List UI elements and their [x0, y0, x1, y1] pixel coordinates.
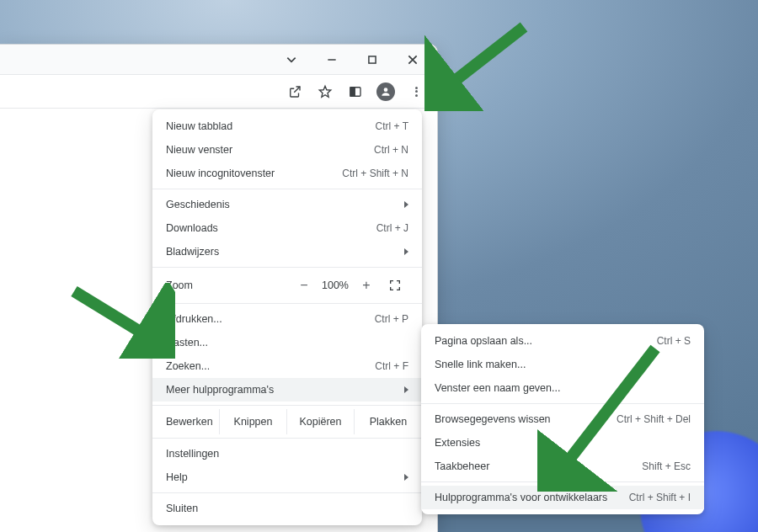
bookmark-star-icon[interactable] — [312, 79, 338, 104]
menu-help[interactable]: Help — [152, 466, 422, 489]
separator — [152, 189, 422, 189]
menu-item-label: Nieuw tabblad — [166, 120, 232, 132]
menu-downloads[interactable]: Downloads Ctrl + J — [152, 216, 422, 240]
menu-settings[interactable]: Instellingen — [152, 442, 422, 466]
separator — [152, 492, 422, 493]
menu-exit[interactable]: Sluiten — [152, 497, 422, 520]
more-tools-submenu: Pagina opslaan als... Ctrl + S Snelle li… — [421, 324, 704, 514]
zoom-out-button[interactable]: − — [292, 278, 316, 293]
separator — [152, 438, 422, 439]
edit-paste-button[interactable]: Plakken — [355, 409, 422, 434]
edit-cut-button[interactable]: Knippen — [220, 409, 287, 434]
svg-rect-1 — [369, 56, 376, 62]
fullscreen-button[interactable] — [378, 279, 412, 292]
menu-item-label: Extensies — [435, 437, 480, 449]
minimize-button[interactable] — [312, 46, 351, 73]
menu-print[interactable]: Afdrukken... Ctrl + P — [152, 307, 422, 331]
menu-cast[interactable]: Casten... — [152, 331, 422, 354]
separator — [152, 303, 422, 304]
shortcut: Ctrl + S — [657, 335, 691, 347]
profile-avatar-icon[interactable] — [373, 79, 398, 104]
menu-item-label: Meer hulpprogramma's — [166, 384, 274, 396]
menu-item-label: Casten... — [166, 337, 208, 348]
menu-item-label: Zoeken... — [166, 360, 210, 372]
menu-item-label: Snelle link maken... — [435, 359, 526, 370]
menu-item-label: Hulpprogramma's voor ontwikkelaars — [435, 492, 607, 503]
menu-item-label: Pagina opslaan als... — [435, 335, 532, 347]
zoom-value: 100% — [316, 279, 355, 291]
menu-edit-row: Bewerken Knippen Kopiëren Plakken — [152, 409, 422, 434]
shortcut: Ctrl + Shift + N — [342, 168, 408, 179]
menu-bookmarks[interactable]: Bladwijzers — [152, 240, 422, 263]
chevron-right-icon — [404, 248, 408, 255]
menu-new-incognito[interactable]: Nieuw incognitovenster Ctrl + Shift + N — [152, 162, 422, 185]
menu-button[interactable] — [403, 79, 429, 104]
submenu-extensions[interactable]: Extensies — [421, 431, 704, 455]
submenu-developer-tools[interactable]: Hulpprogramma's voor ontwikkelaars Ctrl … — [421, 486, 704, 509]
share-icon[interactable] — [282, 79, 307, 104]
separator — [421, 481, 704, 482]
chrome-menu: Nieuw tabblad Ctrl + T Nieuw venster Ctr… — [152, 109, 422, 525]
menu-item-label: Afdrukken... — [166, 313, 222, 325]
shortcut: Ctrl + F — [375, 360, 408, 372]
shortcut: Ctrl + Shift + I — [629, 492, 691, 503]
menu-item-label: Venster een naam geven... — [435, 382, 560, 394]
svg-rect-3 — [350, 87, 355, 96]
menu-more-tools[interactable]: Meer hulpprogramma's — [152, 378, 422, 402]
menu-item-label: Taakbeheer — [435, 460, 489, 472]
menu-new-window[interactable]: Nieuw venster Ctrl + N — [152, 138, 422, 162]
menu-item-label: Help — [166, 471, 188, 483]
menu-zoom: Zoom − 100% + — [152, 271, 422, 300]
separator — [152, 267, 422, 268]
menu-item-label: Nieuw venster — [166, 144, 232, 156]
zoom-in-button[interactable]: + — [355, 278, 378, 293]
svg-point-4 — [384, 88, 388, 92]
shortcut: Ctrl + N — [374, 144, 408, 156]
shortcut: Ctrl + Shift + Del — [617, 413, 691, 425]
edit-copy-button[interactable]: Kopiëren — [287, 409, 355, 434]
menu-item-label: Sluiten — [166, 503, 198, 514]
close-button[interactable] — [393, 46, 432, 73]
menu-item-label: Nieuw incognitovenster — [166, 168, 275, 179]
chevron-right-icon — [404, 474, 408, 481]
shortcut: Ctrl + T — [376, 120, 408, 132]
chevron-right-icon — [404, 201, 408, 208]
menu-item-label: Bladwijzers — [166, 246, 219, 258]
menu-history[interactable]: Geschiedenis — [152, 193, 422, 216]
shortcut: Ctrl + P — [375, 313, 408, 325]
maximize-button[interactable] — [353, 46, 392, 73]
edit-label: Bewerken — [152, 409, 220, 434]
shortcut: Shift + Esc — [642, 460, 691, 472]
menu-item-label: Browsegegevens wissen — [435, 413, 551, 425]
shortcut: Ctrl + J — [376, 222, 408, 234]
menu-item-label: Geschiedenis — [166, 199, 230, 210]
menu-find[interactable]: Zoeken... Ctrl + F — [152, 354, 422, 378]
separator — [152, 405, 422, 406]
submenu-task-manager[interactable]: Taakbeheer Shift + Esc — [421, 455, 704, 478]
tab-search-dropdown[interactable] — [272, 46, 311, 73]
submenu-create-shortcut[interactable]: Snelle link maken... — [421, 353, 704, 376]
submenu-save-page[interactable]: Pagina opslaan als... Ctrl + S — [421, 329, 704, 353]
toolbar — [0, 75, 437, 109]
menu-new-tab[interactable]: Nieuw tabblad Ctrl + T — [152, 114, 422, 138]
sidepanel-icon[interactable] — [343, 79, 368, 104]
submenu-clear-browsing[interactable]: Browsegegevens wissen Ctrl + Shift + Del — [421, 407, 704, 431]
titlebar — [0, 45, 437, 75]
chevron-right-icon — [404, 386, 408, 393]
separator — [421, 403, 704, 404]
zoom-label: Zoom — [166, 279, 292, 291]
menu-item-label: Downloads — [166, 222, 218, 234]
submenu-name-window[interactable]: Venster een naam geven... — [421, 376, 704, 400]
menu-item-label: Instellingen — [166, 448, 219, 460]
